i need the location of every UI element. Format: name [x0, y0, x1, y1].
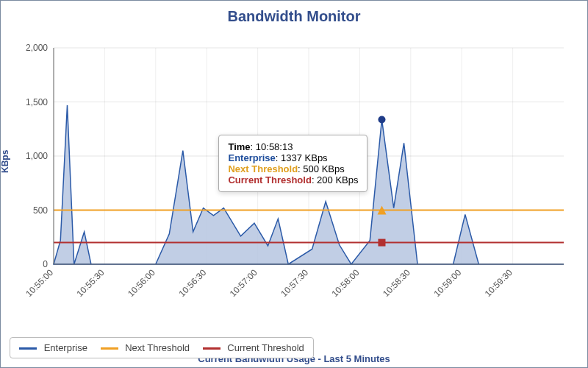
svg-text:10:56:30: 10:56:30: [176, 267, 208, 299]
svg-text:10:55:30: 10:55:30: [75, 267, 107, 299]
legend-swatch-enterprise: [19, 347, 37, 350]
tooltip-enterprise-value: 1337 KBps: [281, 152, 328, 163]
y-axis-label: KBps: [0, 150, 10, 173]
legend-label-current: Current Threshold: [227, 342, 304, 353]
legend-swatch-next: [101, 347, 118, 350]
svg-text:2,000: 2,000: [26, 43, 48, 53]
svg-text:10:56:00: 10:56:00: [126, 267, 157, 299]
legend-swatch-current: [203, 347, 220, 350]
highlight-square-icon: [378, 239, 385, 247]
svg-text:10:59:30: 10:59:30: [483, 267, 514, 299]
bandwidth-monitor-panel: Bandwidth Monitor KBps 05001,0001,5002,0…: [0, 0, 588, 368]
tooltip-next-label: Next Threshold: [228, 163, 298, 174]
svg-text:10:57:00: 10:57:00: [228, 267, 259, 299]
svg-text:1,000: 1,000: [26, 151, 48, 161]
svg-text:10:58:30: 10:58:30: [381, 267, 412, 299]
svg-text:10:57:30: 10:57:30: [279, 267, 310, 299]
tooltip-current-value: 200 KBps: [317, 174, 358, 185]
svg-text:10:59:00: 10:59:00: [431, 267, 463, 299]
tooltip-current-label: Current Threshold: [228, 174, 311, 185]
svg-text:10:58:00: 10:58:00: [330, 267, 362, 299]
chart-legend: Enterprise Next Threshold Current Thresh…: [10, 337, 314, 358]
chart-title: Bandwidth Monitor: [1, 1, 587, 25]
svg-text:500: 500: [33, 205, 48, 216]
tooltip-next-value: 500 KBps: [303, 163, 344, 174]
tooltip-enterprise-label: Enterprise: [228, 152, 275, 163]
legend-label-next: Next Threshold: [125, 342, 190, 353]
legend-label-enterprise: Enterprise: [44, 342, 87, 353]
svg-text:10:55:00: 10:55:00: [24, 267, 55, 299]
tooltip-time-value: 10:58:13: [256, 141, 293, 152]
tooltip-time-label: Time: [228, 141, 250, 152]
highlight-dot-icon: [378, 116, 385, 123]
svg-text:1,500: 1,500: [26, 97, 48, 107]
chart-tooltip: Time: 10:58:13 Enterprise: 1337 KBps Nex…: [218, 135, 368, 192]
